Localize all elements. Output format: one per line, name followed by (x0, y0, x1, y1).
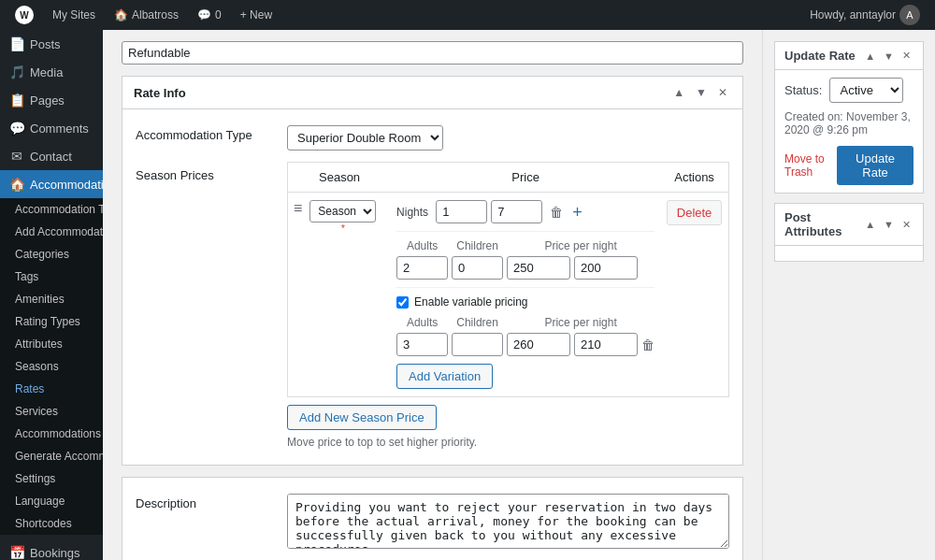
variable-pricing-label[interactable]: Enable variable pricing (396, 295, 654, 309)
var-trash-icon[interactable]: 🗑 (641, 337, 654, 352)
sidebar-item-media[interactable]: 🎵 Media (0, 58, 103, 86)
rate-info-metabox: Rate Info ▲ ▼ ✕ Accommodation Type Super… (122, 76, 743, 466)
sidebar-item-accommodation-types[interactable]: Accommodation Types (0, 198, 103, 221)
var-price2-input[interactable] (574, 333, 638, 356)
sidebar-item-pages[interactable]: 📋 Pages (0, 86, 103, 114)
sidebar-item-posts[interactable]: 📄 Posts (0, 30, 103, 58)
variable-pricing-checkbox[interactable] (396, 296, 409, 309)
post-attributes-controls: ▲ ▼ ✕ (862, 218, 913, 232)
sidebar-item-comments[interactable]: 💬 Comments (0, 114, 103, 142)
price2-input[interactable] (574, 256, 638, 280)
howdy-label: Howdy, anntaylor (810, 8, 896, 22)
post-attributes-body (775, 246, 923, 261)
sidebar-item-attributes[interactable]: Attributes (0, 333, 103, 355)
comments-icon: 💬 (9, 121, 24, 136)
sidebar-item-settings[interactable]: Settings (0, 467, 103, 490)
rate-info-header: Rate Info ▲ ▼ ✕ (122, 77, 742, 109)
new-item[interactable]: + New (233, 0, 280, 30)
description-label-cell: Description (136, 489, 285, 556)
adults-input[interactable] (396, 256, 448, 280)
season-select[interactable]: Season (309, 200, 376, 223)
add-new-season-price-button[interactable]: Add New Season Price (287, 405, 437, 430)
rates-label: Rates (15, 382, 44, 395)
avatar: A (899, 5, 920, 25)
sidebar-item-seasons[interactable]: Seasons (0, 355, 103, 378)
seasons-label: Seasons (15, 360, 59, 373)
nights-to-input[interactable] (491, 200, 542, 223)
sidebar: 📄 Posts 🎵 Media 📋 Pages 💬 Comments ✉ Con… (0, 30, 103, 560)
nights-row: Nights 🗑 + (396, 200, 654, 232)
sidebar-item-rating-types[interactable]: Rating Types (0, 310, 103, 333)
children-input[interactable] (452, 256, 503, 280)
sidebar-item-label-posts: Posts (30, 37, 61, 51)
var-price-header: Price per night (507, 316, 654, 329)
my-sites-item[interactable]: My Sites (45, 0, 103, 30)
site-name-item[interactable]: 🏠 Albatross (107, 0, 186, 30)
drag-handle-icon[interactable]: ≡ (294, 200, 302, 217)
delete-button[interactable]: Delete (667, 200, 723, 225)
pages-icon: 📋 (9, 93, 24, 108)
var-price1-input[interactable] (507, 333, 570, 356)
shortcodes-label: Shortcodes (15, 517, 72, 530)
season-cell: ≡ Season * (288, 193, 392, 397)
page-title-input[interactable] (122, 41, 743, 65)
post-attributes-collapse-up[interactable]: ▲ (862, 218, 878, 232)
accommodation-type-select[interactable]: Superior Double Room (287, 125, 443, 151)
generate-accommodations-label: Generate Accommodations (15, 450, 103, 463)
update-rate-actions: Move to Trash Update Rate (784, 146, 913, 185)
post-attributes-collapse-down[interactable]: ▼ (881, 218, 897, 232)
post-attributes-title: Post Attributes (784, 210, 862, 238)
wp-logo-item[interactable]: W (7, 0, 41, 30)
add-variation-button[interactable]: Add Variation (396, 364, 493, 389)
sidebar-item-bookings[interactable]: 📅 Bookings (0, 538, 103, 560)
var-col-headers: Adults Children Price per night (396, 316, 654, 329)
sidebar-item-rates[interactable]: Rates (0, 378, 103, 400)
rate-info-controls: ▲ ▼ ✕ (669, 84, 731, 101)
sidebar-item-shortcodes[interactable]: Shortcodes (0, 512, 103, 535)
update-rate-collapse-down[interactable]: ▼ (881, 49, 897, 63)
sidebar-item-language[interactable]: Language (0, 490, 103, 512)
sidebar-item-accommodation[interactable]: 🏠 Accommodation (0, 170, 103, 198)
rate-info-collapse-up[interactable]: ▲ (669, 84, 688, 101)
update-rate-controls: ▲ ▼ ✕ (862, 49, 913, 63)
sidebar-item-contact[interactable]: ✉ Contact (0, 142, 103, 170)
update-rate-collapse-up[interactable]: ▲ (862, 49, 878, 63)
rate-info-collapse-down[interactable]: ▼ (692, 84, 711, 101)
children-col-header: Children (452, 239, 503, 252)
update-rate-close[interactable]: ✕ (899, 49, 913, 63)
var-children-header: Children (452, 316, 503, 329)
howdy-item[interactable]: Howdy, anntaylor A (802, 0, 928, 30)
post-attributes-close[interactable]: ✕ (899, 218, 913, 232)
sidebar-item-add-accommodation-type[interactable]: Add Accommodation Type (0, 221, 103, 243)
update-rate-button[interactable]: Update Rate (837, 146, 913, 185)
nights-trash-icon[interactable]: 🗑 (550, 205, 563, 220)
sidebar-item-services[interactable]: Services (0, 400, 103, 423)
add-nights-button[interactable]: + (570, 202, 584, 223)
table-row: ≡ Season * (288, 193, 729, 397)
bookings-icon: 📅 (9, 545, 24, 560)
var-children-input[interactable] (452, 333, 503, 356)
site-name-label: Albatross (132, 8, 179, 22)
sidebar-item-generate-accommodations[interactable]: Generate Accommodations (0, 445, 103, 467)
sidebar-item-categories[interactable]: Categories (0, 243, 103, 266)
season-prices-label-cell: Season Prices (136, 157, 285, 453)
rate-info-table: Accommodation Type Superior Double Room … (134, 119, 731, 455)
var-adults-input[interactable] (396, 333, 448, 356)
variable-pricing-section: Enable variable pricing Adults Children (396, 287, 654, 389)
update-rate-title: Update Rate (784, 49, 856, 63)
amenities-label: Amenities (15, 293, 65, 306)
sidebar-item-accommodations[interactable]: Accommodations (0, 423, 103, 445)
sidebar-item-tags[interactable]: Tags (0, 266, 103, 288)
price1-input[interactable] (507, 256, 570, 280)
nights-from-input[interactable] (436, 200, 487, 223)
status-select[interactable]: Active Inactive (829, 78, 903, 103)
rate-info-close[interactable]: ✕ (714, 84, 731, 101)
comments-item[interactable]: 💬 0 (190, 0, 229, 30)
wp-logo: W (15, 6, 34, 24)
created-on-info: Created on: November 3, 2020 @ 9:26 pm (784, 110, 913, 136)
categories-label: Categories (15, 248, 69, 261)
move-to-trash-link[interactable]: Move to Trash (784, 152, 837, 179)
season-prices-row: Season Prices Season Price Actions (136, 157, 729, 453)
sidebar-item-amenities[interactable]: Amenities (0, 288, 103, 310)
description-textarea[interactable]: Providing you want to reject your reserv… (287, 494, 729, 549)
